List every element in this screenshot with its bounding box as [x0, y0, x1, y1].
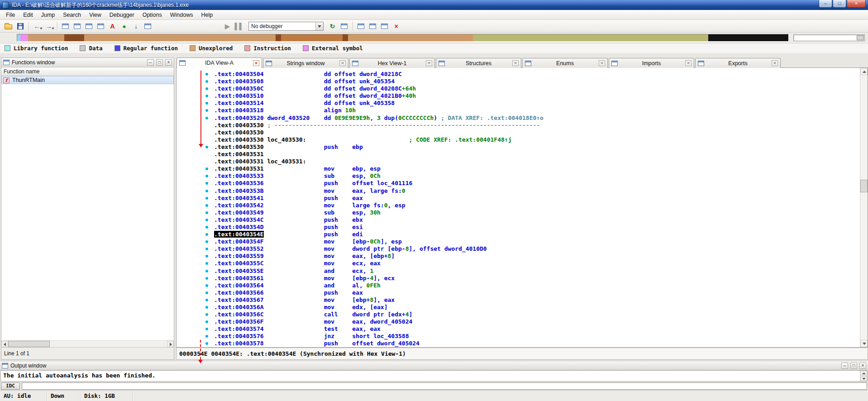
disasm-address[interactable]: .text:0040356A [214, 304, 264, 310]
scroll-down-button[interactable] [860, 376, 867, 381]
disasm-address[interactable]: .text:00403531 [214, 158, 264, 165]
refresh-button[interactable]: ↻ [327, 21, 338, 31]
disassembly-lines[interactable]: .text:00403504 dd offset dword_40218C.te… [176, 68, 860, 347]
window-list-button[interactable] [142, 21, 153, 31]
disasm-address[interactable]: .text:0040356C [214, 311, 264, 318]
disasm-vertical-scrollbar[interactable] [860, 68, 868, 347]
tab-close-icon[interactable]: × [253, 60, 259, 66]
tab-ida-view-a[interactable]: IDA View-A× [176, 57, 262, 68]
disasm-address[interactable]: .text:00403531 [214, 165, 264, 172]
disasm-address[interactable]: .text:00403542 [214, 202, 264, 209]
window-list-button[interactable] [339, 21, 350, 31]
tab-close-icon[interactable]: × [512, 60, 519, 66]
disasm-line[interactable]: .text:0040356F mov eax, dword_405024 [176, 318, 860, 325]
pause-process-button[interactable]: ▌▌ [234, 21, 245, 31]
dropdown-arrow-icon[interactable] [315, 22, 323, 30]
disasm-address[interactable]: .text:00403533 [214, 172, 264, 179]
disasm-line[interactable]: .text:00403530 ; -----------------------… [176, 122, 860, 129]
minimize-button[interactable]: – [819, 0, 832, 8]
disasm-address[interactable]: .text:00403566 [214, 289, 264, 296]
menu-item-options[interactable]: Options [138, 10, 166, 19]
window-list-button[interactable] [83, 21, 95, 31]
disasm-line[interactable]: .text:0040350C dd offset dword_40208C+64… [176, 85, 860, 92]
disasm-line[interactable]: .text:0040356A mov edx, [eax] [176, 304, 860, 311]
tab-imports[interactable]: Imports× [609, 58, 694, 68]
disasm-line[interactable]: .text:00403531 [176, 151, 860, 158]
disasm-address[interactable]: .text:0040356F [214, 318, 264, 325]
disasm-line[interactable]: .text:00403578 push offset dword_405024 [176, 340, 860, 347]
tab-enums[interactable]: Enums× [522, 58, 608, 68]
disasm-address[interactable]: .text:00403541 [214, 195, 264, 201]
tab-exports[interactable]: Exports× [695, 58, 781, 68]
navigation-band[interactable] [17, 34, 789, 42]
disasm-address[interactable]: .text:0040355E [214, 267, 264, 274]
menu-item-edit[interactable]: Edit [19, 10, 37, 19]
scroll-left-button[interactable] [1, 341, 8, 347]
tab-close-icon[interactable]: × [426, 60, 432, 66]
disasm-line[interactable]: .text:00403530 loc_403530: ; CODE XREF: … [176, 136, 860, 143]
disasm-line[interactable]: .text:00403542 mov large fs:0, esp [176, 202, 860, 209]
disasm-line[interactable]: .text:00403561 mov [ebp-4], ecx [176, 275, 860, 282]
output-log[interactable]: The initial autoanalysis has been finish… [0, 370, 868, 382]
disasm-address[interactable]: .text:00403576 [214, 333, 264, 339]
disasm-line[interactable]: .text:00403566 push eax [176, 289, 860, 296]
scrollbar-thumb[interactable] [860, 180, 868, 192]
disasm-line[interactable]: .text:00403541 push eax [176, 195, 860, 202]
functions-minimize-button[interactable]: – [147, 59, 154, 66]
close-button[interactable]: × [847, 0, 866, 8]
maximize-button[interactable]: □ [833, 0, 846, 8]
debugger-select[interactable]: No debugger [248, 22, 324, 31]
disasm-line[interactable]: .text:00403514 dd offset unk_405358 [176, 100, 860, 107]
disasm-address[interactable]: .text:00403518 [214, 107, 264, 114]
disasm-line[interactable]: .text:00403531 loc_403531: [176, 158, 860, 165]
disasm-address[interactable]: .text:0040354C [214, 216, 264, 223]
disasm-address[interactable]: .text:00403508 [214, 78, 264, 85]
tab-hex-view-1[interactable]: Hex View-1× [349, 58, 435, 68]
functions-list[interactable]: fThunRTMain [1, 76, 174, 340]
disasm-line[interactable]: .text:00403533 sub esp, 0Ch [176, 172, 860, 180]
disasm-address[interactable]: .text:00403578 [214, 340, 264, 347]
scroll-up-button[interactable] [860, 68, 868, 75]
window-list-button[interactable] [60, 21, 71, 31]
scrollbar-thumb[interactable] [8, 341, 50, 347]
navigation-band-slider[interactable] [793, 34, 865, 41]
disasm-line[interactable]: .text:00403531 mov ebp, esp [176, 165, 860, 172]
disasm-line[interactable]: .text:0040354E push edi [176, 231, 860, 238]
disasm-line[interactable]: .text:00403567 mov [ebp+8], eax [176, 296, 860, 304]
output-maximize-button[interactable]: □ [850, 363, 857, 369]
disasm-address[interactable]: .text:00403559 [214, 253, 264, 259]
tab-structures[interactable]: Structures× [436, 58, 521, 68]
command-line-input[interactable] [22, 382, 867, 390]
disasm-address[interactable]: .text:00403552 [214, 245, 264, 252]
disasm-line[interactable]: .text:0040353B mov eax, large fs:0 [176, 187, 860, 195]
disasm-line[interactable]: .text:0040354C push ebx [176, 216, 860, 224]
menu-item-windows[interactable]: Windows [166, 10, 197, 19]
disasm-address[interactable]: .text:00403567 [214, 296, 264, 303]
disasm-line[interactable]: .text:0040355E and ecx, 1 [176, 267, 860, 275]
navigation-band-slider-thumb[interactable] [857, 35, 864, 40]
menu-item-debugger[interactable]: Debugger [105, 10, 138, 19]
navigate-forward-button[interactable]: → [43, 21, 54, 31]
disasm-address[interactable]: .text:00403510 [214, 92, 264, 99]
disasm-address[interactable]: .text:00403530 [214, 129, 264, 136]
menu-item-jump[interactable]: Jump [37, 10, 59, 19]
tab-close-icon[interactable]: × [772, 60, 778, 66]
functions-window-titlebar[interactable]: Functions window – □ × [1, 58, 174, 67]
menu-item-help[interactable]: Help [197, 10, 217, 19]
output-window-titlebar[interactable]: Output window – □ × [0, 361, 868, 370]
disasm-line[interactable]: .text:00403549 sub esp, 30h [176, 209, 860, 216]
output-vertical-scrollbar[interactable] [860, 371, 867, 381]
function-name-column-header[interactable]: Function name [1, 67, 174, 76]
disasm-address[interactable]: .text:00403530 [214, 136, 264, 143]
scroll-up-button[interactable] [860, 371, 867, 376]
open-file-button[interactable] [3, 21, 14, 31]
disasm-line[interactable]: .text:0040355C mov ecx, eax [176, 260, 860, 267]
disasm-line[interactable]: .text:00403530 [176, 129, 860, 136]
cancel-button[interactable]: × [391, 21, 402, 31]
window-list-button[interactable] [72, 21, 83, 31]
disasm-address[interactable]: .text:0040354F [214, 238, 264, 245]
disasm-line[interactable]: .text:00403576 jnz short loc_403588 [176, 333, 860, 340]
disasm-address[interactable]: .text:00403561 [214, 275, 264, 282]
functions-maximize-button[interactable]: □ [156, 59, 163, 66]
disasm-line[interactable]: .text:00403508 dd offset unk_405354 [176, 78, 860, 85]
